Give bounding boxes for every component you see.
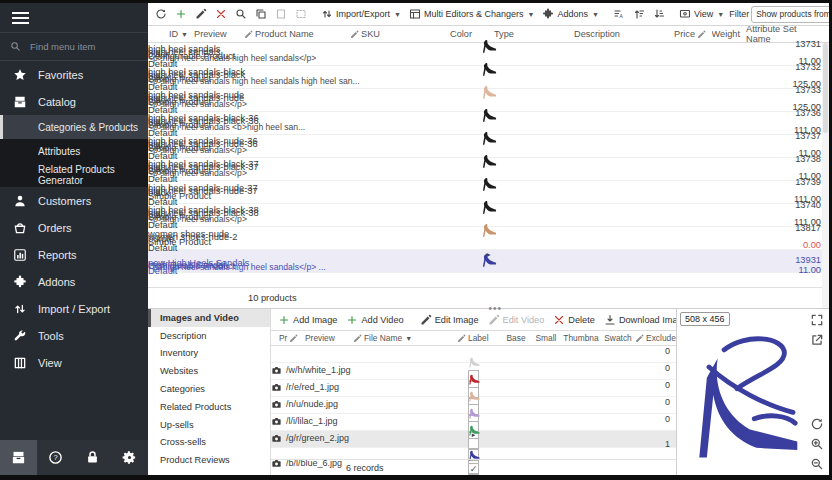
products-toolbar: Import/Export▼ Multi Editors & Changers▼… <box>148 3 829 26</box>
tab-description[interactable]: Description <box>148 327 270 345</box>
sidebar-item-catalog[interactable]: Catalog <box>0 88 148 115</box>
image-row[interactable]: 0/r/e/red_1.jpg <box>271 363 676 380</box>
product-image <box>679 317 823 471</box>
column-header-cell[interactable]: Label <box>457 333 501 343</box>
sidebar-item-label: Favorites <box>38 69 83 81</box>
column-header-cell[interactable]: File Name▼ <box>353 333 457 343</box>
lock-button[interactable] <box>74 440 111 475</box>
open-external-icon[interactable] <box>810 333 824 347</box>
image-preview-panel: 508 x 456 <box>676 309 829 475</box>
tab-inventory[interactable]: Inventory <box>148 345 270 363</box>
sidebar-item-customers[interactable]: Customers <box>0 187 148 214</box>
fit-screen-icon[interactable] <box>810 313 824 327</box>
search-button[interactable] <box>232 6 250 22</box>
column-header[interactable]: Preview <box>305 333 335 343</box>
rotate-icon[interactable] <box>810 417 824 431</box>
image-row[interactable]: 0/l/i/lilac_1.jpg <box>271 397 676 414</box>
image-row[interactable]: 0/w/h/white_1.jpg <box>271 346 676 363</box>
cell-position: 0 <box>271 414 676 424</box>
gear-button[interactable] <box>111 440 148 475</box>
sidebar-item-import-export[interactable]: Import / Export <box>0 295 148 322</box>
copy-button[interactable] <box>252 6 270 22</box>
image-row[interactable]: 0/g/r/green_2.jpg <box>271 414 676 431</box>
tab-images-and-video[interactable]: Images and Video <box>148 309 270 327</box>
column-header-cell[interactable]: Swatch <box>601 333 635 343</box>
sidebar-item-categories-products[interactable]: Categories & Products <box>0 115 148 139</box>
archive-button[interactable] <box>0 440 37 475</box>
refresh-button[interactable] <box>152 6 170 22</box>
help-button[interactable]: ? <box>37 440 74 475</box>
image-row[interactable]: 0/n/u/nude.jpg <box>271 380 676 397</box>
sidebar-item-attributes[interactable]: Attributes <box>0 139 148 163</box>
tab-websites[interactable]: Websites <box>148 362 270 380</box>
filter-select[interactable]: Show products from selected categories▼ <box>751 6 829 23</box>
column-header-cell[interactable]: Pr <box>279 333 305 343</box>
edit-image-button[interactable]: Edit Image <box>417 312 482 328</box>
paste-button[interactable] <box>272 6 290 22</box>
menu-search-input[interactable] <box>28 40 128 53</box>
sort-desc-icon[interactable] <box>650 6 668 22</box>
edit-video-button[interactable]: Edit Video <box>485 312 548 328</box>
tab-categories[interactable]: Categories <box>148 380 270 398</box>
column-header[interactable]: Small <box>536 333 557 343</box>
product-row[interactable]: 13817women shoes-nudewomen shoes-nude-2p… <box>148 227 829 250</box>
column-header-cell[interactable]: Base <box>501 333 531 343</box>
vertical-scrollbar[interactable] <box>822 43 829 308</box>
multi-editors-button[interactable]: Multi Editors & Changers▼ <box>406 6 537 22</box>
sidebar-splitter[interactable]: ⁞⁞⁞⁞ <box>148 235 153 243</box>
add-image-button[interactable]: Add Image <box>275 312 340 328</box>
column-header[interactable]: Label <box>468 333 489 343</box>
select-button[interactable] <box>292 6 310 22</box>
addons-button[interactable]: Addons▼ <box>539 6 601 22</box>
sidebar-item-tools[interactable]: Tools <box>0 322 148 349</box>
tab-up-sells[interactable]: Up-sells <box>148 416 270 434</box>
column-header-cell[interactable]: Exclude <box>635 333 676 343</box>
import-export-button[interactable]: Import/Export▼ <box>318 6 404 22</box>
updown-icon <box>12 302 28 316</box>
download-image-button[interactable]: Download Image <box>601 312 676 328</box>
column-header[interactable]: Thumbna <box>563 333 598 343</box>
sidebar-item-view[interactable]: View <box>0 349 148 376</box>
delete-product-button[interactable] <box>212 6 230 22</box>
sidebar-item-favorites[interactable]: Favorites <box>0 61 148 88</box>
tab-label: Inventory <box>160 348 198 358</box>
add-product-button[interactable] <box>172 6 190 22</box>
view-button[interactable]: View▼ <box>676 6 727 22</box>
column-header[interactable]: Swatch <box>604 333 631 343</box>
edit-product-button[interactable] <box>192 6 210 22</box>
column-header[interactable]: Exclude <box>646 333 676 343</box>
sidebar-item-label: Reports <box>38 249 77 261</box>
sidebar-item-label: Tools <box>38 330 64 342</box>
products-grid: ID▼PreviewProduct NameSKUColorTypeDescri… <box>148 26 829 308</box>
hamburger-menu-icon[interactable] <box>0 3 148 33</box>
tab-cross-sells[interactable]: Cross-sells <box>148 434 270 452</box>
person-icon <box>12 194 28 208</box>
sidebar-item-reports[interactable]: Reports <box>0 241 148 268</box>
column-header-cell[interactable]: Thumbna <box>561 333 601 343</box>
delete-image-button[interactable]: Delete <box>550 312 598 328</box>
sidebar-item-related-products-generator[interactable]: Related Products Generator <box>0 163 148 187</box>
sidebar-item-orders[interactable]: Orders <box>0 214 148 241</box>
archive-icon <box>11 450 26 465</box>
tab-product-reviews[interactable]: Product Reviews <box>148 451 270 469</box>
main-area: Import/Export▼ Multi Editors & Changers▼… <box>148 3 829 475</box>
filter-caret-icon[interactable]: ▼ <box>405 335 412 342</box>
zoom-out-icon[interactable] <box>810 457 824 471</box>
search-icon <box>10 41 21 52</box>
image-row[interactable]: ▸1/b/l/blue_6.jpg✓✓✓✓ <box>271 431 676 448</box>
product-row[interactable]: ▸13931new High Heels SandalsHigh Geels S… <box>148 250 829 273</box>
text-filter-icon[interactable]: A <box>610 6 628 22</box>
sidebar-item-label: Catalog <box>38 96 76 108</box>
column-header[interactable]: Pr <box>279 333 287 343</box>
cell-position: 0 <box>271 363 676 373</box>
column-header[interactable]: Base <box>506 333 525 343</box>
sort-asc-icon[interactable] <box>630 6 648 22</box>
column-header-cell[interactable]: Preview <box>305 333 353 343</box>
zoom-in-icon[interactable] <box>810 437 824 451</box>
sidebar-item-addons[interactable]: Addons <box>0 268 148 295</box>
column-header-cell[interactable]: Small <box>531 333 561 343</box>
gear-icon <box>122 450 137 465</box>
tab-related-products[interactable]: Related Products <box>148 398 270 416</box>
add-video-button[interactable]: Add Video <box>343 312 406 328</box>
column-header[interactable]: File Name <box>364 333 402 343</box>
